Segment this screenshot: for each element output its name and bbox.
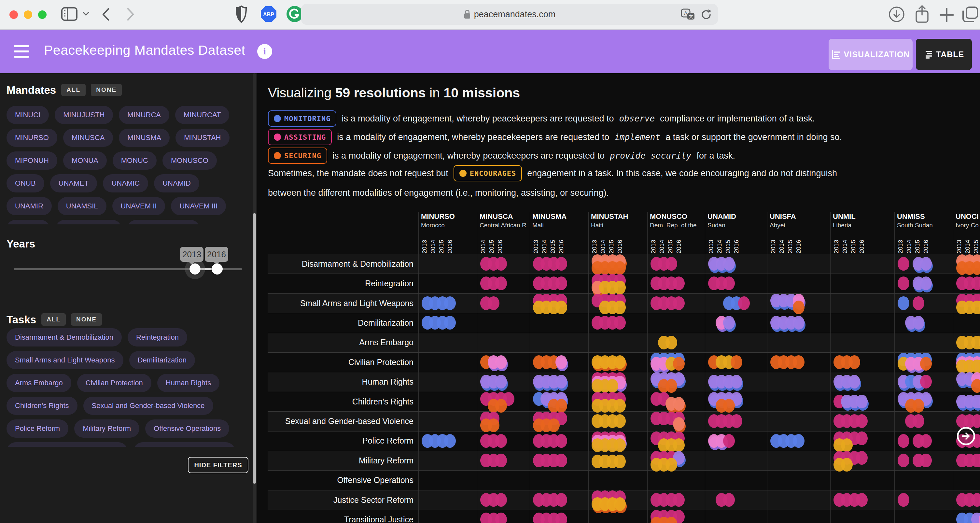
mandate-dot[interactable] bbox=[495, 355, 507, 369]
table-button[interactable]: TABLE bbox=[916, 39, 972, 70]
mandate-dot[interactable] bbox=[897, 454, 909, 467]
mandate-dot[interactable] bbox=[913, 297, 924, 310]
task-chip-disarmament-demobilization[interactable]: Disarmament & Demobilization bbox=[6, 328, 122, 346]
mandate-dot[interactable] bbox=[856, 414, 868, 428]
mandate-dot[interactable] bbox=[856, 395, 868, 408]
mandate-dot[interactable] bbox=[856, 493, 868, 507]
mandate-dot[interactable] bbox=[673, 276, 685, 290]
mandate-chip-uncro[interactable]: UNCRO bbox=[6, 220, 50, 224]
mandate-dot[interactable] bbox=[913, 414, 924, 428]
mandate-dot[interactable] bbox=[897, 434, 909, 448]
mandate-dot[interactable] bbox=[848, 355, 860, 369]
mandate-chip-clipped[interactable] bbox=[127, 220, 200, 224]
mandate-dot[interactable] bbox=[920, 434, 932, 448]
mandate-dot[interactable] bbox=[673, 357, 685, 371]
mandate-dot[interactable] bbox=[614, 316, 626, 330]
next-arrow-button[interactable] bbox=[957, 427, 975, 445]
mandate-dot[interactable] bbox=[488, 297, 500, 310]
task-chip-offensive-operations[interactable]: Offensive Operations bbox=[145, 419, 229, 438]
mandate-dot[interactable] bbox=[793, 301, 805, 314]
sidebar-chevron-icon[interactable] bbox=[83, 11, 89, 18]
mandate-dot[interactable] bbox=[555, 301, 567, 314]
mandate-dot[interactable] bbox=[614, 497, 626, 511]
mandate-chip-unamet[interactable]: UNAMET bbox=[50, 174, 97, 193]
mandate-dot[interactable] bbox=[548, 418, 560, 432]
task-chip-children-s-rights[interactable]: Children's Rights bbox=[6, 397, 78, 415]
mandate-dot[interactable] bbox=[495, 257, 507, 271]
abp-icon[interactable]: ABP bbox=[260, 5, 277, 24]
mandate-dot[interactable] bbox=[555, 355, 567, 369]
mandate-dot[interactable] bbox=[730, 414, 742, 428]
reload-icon[interactable] bbox=[700, 8, 712, 23]
mandate-dot[interactable] bbox=[723, 316, 735, 330]
mandate-chip-minurso[interactable]: MINURSO bbox=[6, 129, 57, 147]
year-to-handle[interactable] bbox=[212, 263, 223, 274]
mandate-chip-monua[interactable]: MONUA bbox=[63, 151, 107, 170]
mandate-dot[interactable] bbox=[555, 513, 567, 523]
task-chip-military-reform[interactable]: Military Reform bbox=[74, 419, 139, 438]
menu-icon[interactable] bbox=[14, 45, 29, 57]
mandate-dot[interactable] bbox=[673, 493, 685, 507]
mandate-dot[interactable] bbox=[730, 355, 742, 369]
mandate-dot[interactable] bbox=[555, 276, 567, 290]
mandate-dot[interactable] bbox=[913, 399, 924, 413]
close-window-button[interactable] bbox=[10, 10, 18, 19]
tabs-icon[interactable] bbox=[961, 5, 979, 25]
mandate-dot[interactable] bbox=[614, 438, 626, 452]
mandate-dot[interactable] bbox=[841, 458, 853, 472]
mission-header-unisfa[interactable]: UNISFAAbyei bbox=[770, 212, 830, 229]
task-chip-human-rights[interactable]: Human Rights bbox=[157, 374, 220, 392]
mandate-dot[interactable] bbox=[555, 257, 567, 271]
mandate-dot[interactable] bbox=[920, 357, 932, 371]
mandate-dot[interactable] bbox=[723, 276, 735, 290]
sidebar-scrollbar-thumb[interactable] bbox=[253, 213, 256, 483]
mandate-dot[interactable] bbox=[614, 261, 626, 275]
mandate-dot[interactable] bbox=[555, 399, 567, 413]
mandate-chip-monuc[interactable]: MONUC bbox=[113, 151, 157, 170]
mandate-chip-unamir[interactable]: UNAMIR bbox=[6, 197, 52, 215]
mandate-dot[interactable] bbox=[614, 281, 626, 294]
mandate-dot[interactable] bbox=[614, 399, 626, 413]
mandate-dot[interactable] bbox=[614, 301, 626, 314]
mandate-chip-minuci[interactable]: MINUCI bbox=[6, 106, 49, 124]
mandate-dot[interactable] bbox=[897, 257, 909, 271]
task-chip-police-reform[interactable]: Police Reform bbox=[6, 419, 68, 438]
download-icon[interactable] bbox=[888, 6, 905, 24]
mandate-dot[interactable] bbox=[555, 434, 567, 448]
back-icon[interactable] bbox=[102, 7, 110, 23]
mandate-dot[interactable] bbox=[738, 297, 750, 310]
mission-header-minusma[interactable]: MINUSMAMali bbox=[532, 212, 588, 229]
zoom-window-button[interactable] bbox=[38, 10, 46, 19]
mandate-dot[interactable] bbox=[920, 257, 932, 271]
mandate-dot[interactable] bbox=[495, 493, 507, 507]
task-chip-sexual-and-gender-based-violence[interactable]: Sexual and Gender-based Violence bbox=[83, 397, 213, 415]
mandate-chip-monusco[interactable]: MONUSCO bbox=[162, 151, 217, 170]
mandate-dot[interactable] bbox=[665, 336, 677, 349]
mandate-dot[interactable] bbox=[897, 297, 909, 310]
mandate-dot[interactable] bbox=[920, 454, 932, 467]
mission-header-unmiss[interactable]: UNMISSSouth Sudan bbox=[897, 212, 952, 229]
mission-header-unamid[interactable]: UNAMIDSudan bbox=[708, 212, 767, 229]
mandate-dot[interactable] bbox=[793, 316, 805, 330]
task-chip-clipped[interactable] bbox=[134, 442, 235, 447]
mandate-dot[interactable] bbox=[856, 451, 868, 465]
forward-icon[interactable] bbox=[126, 7, 135, 23]
mandate-dot[interactable] bbox=[444, 297, 456, 310]
mandate-dot[interactable] bbox=[555, 454, 567, 467]
visualization-button[interactable]: VISUALIZATION bbox=[829, 39, 913, 70]
mandate-dot[interactable] bbox=[723, 493, 735, 507]
mandate-chip-unamic[interactable]: UNAMIC bbox=[103, 174, 148, 193]
mandate-dot[interactable] bbox=[856, 432, 868, 445]
task-chip-civilian-protection[interactable]: Civilian Protection bbox=[77, 374, 151, 392]
mandate-chip-miponuh[interactable]: MIPONUH bbox=[6, 151, 57, 170]
mandate-dot[interactable] bbox=[723, 399, 735, 413]
translate-icon[interactable]: A文 bbox=[681, 8, 695, 23]
mandate-dot[interactable] bbox=[495, 454, 507, 467]
mandate-chip-minustah[interactable]: MINUSTAH bbox=[175, 129, 229, 147]
sidebar-toggle-icon[interactable] bbox=[61, 6, 78, 23]
mandate-dot[interactable] bbox=[723, 257, 735, 271]
mandate-chip-clipped[interactable] bbox=[56, 220, 121, 224]
mission-header-monusco[interactable]: MONUSCODem. Rep. of the bbox=[650, 212, 704, 229]
mandate-chip-unamsil[interactable]: UNAMSIL bbox=[57, 197, 107, 215]
mandate-dot[interactable] bbox=[665, 257, 677, 271]
